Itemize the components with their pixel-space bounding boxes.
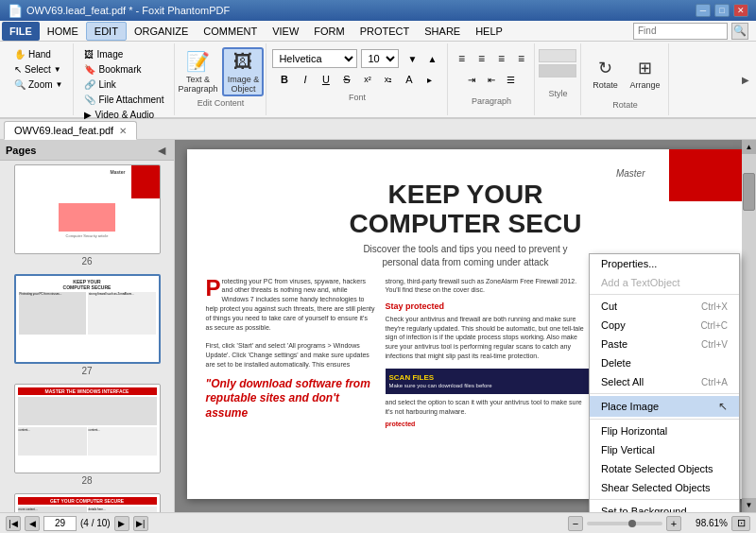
page-27-thumbnail[interactable]: KEEP YOURCOMPUTER SECURE Protecting your… <box>14 274 161 364</box>
bookmark-button[interactable]: 🔖 Bookmark <box>79 62 168 77</box>
ctx-set-background[interactable]: Set to Background <box>590 502 739 512</box>
link-button[interactable]: 🔗 Link <box>79 77 168 92</box>
next-page-button[interactable]: ▶ <box>114 516 129 531</box>
zoom-out-button[interactable]: − <box>568 516 583 531</box>
toolbar-group-style: Style <box>535 43 581 115</box>
page-28-thumbnail[interactable]: MASTER THE WINDOWS INTERFACE content... … <box>14 384 161 473</box>
toolbar-scroll-right[interactable]: ▶ <box>738 43 752 115</box>
search-button[interactable]: 🔍 <box>731 23 748 40</box>
maximize-button[interactable]: □ <box>714 4 730 17</box>
menu-edit[interactable]: EDIT <box>86 22 127 41</box>
toolbar-group-edit: 📝 Text &Paragraph 🖼 Image &Object Edit C… <box>175 43 266 115</box>
menu-organize[interactable]: ORGANIZE <box>127 22 196 41</box>
hand-tool-button[interactable]: ✋ Hand <box>9 47 67 61</box>
first-page-button[interactable]: |◀ <box>6 516 21 531</box>
fit-page-button[interactable]: ⊡ <box>731 516 750 531</box>
close-button[interactable]: ✕ <box>733 4 748 17</box>
page-28-number: 28 <box>81 475 92 486</box>
ctx-flip-vertical[interactable]: Flip Vertical <box>590 440 739 459</box>
font-family-select[interactable]: Helvetica <box>272 49 357 68</box>
text-paragraph-button[interactable]: 📝 Text &Paragraph <box>177 47 218 96</box>
image-icon: 🖼 <box>84 49 94 60</box>
last-page-button[interactable]: ▶| <box>133 516 148 531</box>
window-title: OWV69.lead_feat.pdf * - Foxit PhantomPDF <box>26 5 230 16</box>
zoom-slider-thumb[interactable] <box>628 520 636 527</box>
ctx-rotate-objects[interactable]: Rotate Selected Objects <box>590 459 739 478</box>
menu-help[interactable]: HELP <box>468 22 510 41</box>
list-item: Master Computer Security article 26 <box>4 164 170 266</box>
superscript-button[interactable]: x² <box>358 70 377 89</box>
page-29-thumbnail[interactable]: GET YOUR COMPUTER SECURE more content...… <box>14 493 161 512</box>
search-input[interactable] <box>633 23 728 40</box>
bold-button[interactable]: B <box>275 70 294 89</box>
strikethrough-button[interactable]: S <box>337 70 356 89</box>
scroll-up-button[interactable]: ▲ <box>742 140 756 154</box>
font-more-button[interactable]: ▸ <box>421 70 439 89</box>
align-right-button[interactable]: ≡ <box>491 49 510 68</box>
underline-button[interactable]: U <box>317 70 335 89</box>
tab-close-button[interactable]: ✕ <box>119 126 127 136</box>
font-color-button[interactable]: A <box>400 70 419 89</box>
page-number-input[interactable] <box>43 516 77 531</box>
rotate-button[interactable]: ↻ Rotate <box>587 49 623 98</box>
zoom-slider[interactable] <box>587 522 662 525</box>
arrange-button[interactable]: ⊞ Arrange <box>627 49 662 98</box>
ctx-delete[interactable]: Delete <box>590 353 739 372</box>
zoom-percent: 98.61% <box>685 518 728 528</box>
italic-button[interactable]: I <box>296 70 315 89</box>
style-label: Style <box>548 89 567 98</box>
rotate-label: Rotate <box>612 100 638 110</box>
outdent-button[interactable]: ⇤ <box>482 70 501 89</box>
font-decrease-button[interactable]: ▼ <box>403 49 421 68</box>
minimize-button[interactable]: ─ <box>696 4 711 17</box>
panel-toggle-button[interactable]: ◄ <box>155 143 168 158</box>
menu-comment[interactable]: COMMENT <box>196 22 265 41</box>
toolbar-group-font: Helvetica 10 ▼ ▲ B I U S x² x₂ A ▸ Font <box>266 43 448 115</box>
ctx-properties[interactable]: Properties... <box>590 254 739 273</box>
menu-file[interactable]: FILE <box>2 22 40 41</box>
image-button[interactable]: 🖼 Image <box>79 47 168 61</box>
attach-icon: 📎 <box>84 95 95 105</box>
menu-protect[interactable]: PROTECT <box>352 22 418 41</box>
ctx-shear-objects[interactable]: Shear Selected Objects <box>590 478 739 497</box>
menu-form[interactable]: FORM <box>306 22 352 41</box>
align-center-button[interactable]: ≡ <box>472 49 490 68</box>
toolbar-insert: 🖼 Image 🔖 Bookmark 🔗 Link 📎 File Attachm… <box>79 47 168 122</box>
zoom-tool-button[interactable]: 🔍 Zoom ▼ <box>9 77 67 92</box>
pdf-protected-text: and select the option to scan it with yo… <box>386 398 590 417</box>
zoom-controls: − + 98.61% ⊡ <box>568 516 750 531</box>
menu-share[interactable]: SHARE <box>417 22 468 41</box>
prev-page-button[interactable]: ◀ <box>25 516 40 531</box>
list-button[interactable]: ☰ <box>502 70 521 89</box>
rotate-arrange: ↻ Rotate ⊞ Arrange <box>587 49 662 98</box>
font-size-select[interactable]: 10 <box>361 49 399 68</box>
zoom-dropdown-icon: ▼ <box>56 80 63 89</box>
image-object-button[interactable]: 🖼 Image &Object <box>222 47 264 96</box>
title-bar-left: 📄 OWV69.lead_feat.pdf * - Foxit PhantomP… <box>8 4 230 18</box>
align-left-button[interactable]: ≡ <box>452 49 471 68</box>
video-audio-button[interactable]: ▶ Video & Audio <box>79 108 168 122</box>
panel-header: Pages ◄ <box>0 140 174 161</box>
zoom-in-button[interactable]: + <box>666 516 681 531</box>
ctx-copy[interactable]: Copy Ctrl+C <box>590 316 739 335</box>
menu-home[interactable]: HOME <box>40 22 86 41</box>
ctx-flip-horizontal[interactable]: Flip Horizontal <box>590 421 739 440</box>
scroll-thumb[interactable] <box>743 173 755 211</box>
menu-view[interactable]: VIEW <box>265 22 306 41</box>
edit-content-label: Edit Content <box>198 98 245 108</box>
paragraph-row1: ≡ ≡ ≡ ≡ <box>452 49 530 68</box>
select-tool-button[interactable]: ↖ Select ▼ <box>9 62 67 77</box>
scroll-down-button[interactable]: ▼ <box>742 498 756 512</box>
ctx-select-all[interactable]: Select All Ctrl+A <box>590 372 739 391</box>
file-attach-button[interactable]: 📎 File Attachment <box>79 93 168 107</box>
ctx-place-image[interactable]: Place Image ↖ <box>590 396 739 417</box>
subscript-button[interactable]: x₂ <box>379 70 398 89</box>
page-26-thumbnail[interactable]: Master Computer Security article <box>14 164 161 254</box>
document-tab[interactable]: OWV69.lead_feat.pdf ✕ <box>4 121 137 140</box>
indent-button[interactable]: ⇥ <box>462 70 481 89</box>
scroll-track[interactable] <box>742 154 756 498</box>
ctx-paste[interactable]: Paste Ctrl+V <box>590 335 739 353</box>
ctx-cut[interactable]: Cut Ctrl+X <box>590 297 739 316</box>
font-increase-button[interactable]: ▲ <box>422 49 441 68</box>
align-justify-button[interactable]: ≡ <box>511 49 530 68</box>
